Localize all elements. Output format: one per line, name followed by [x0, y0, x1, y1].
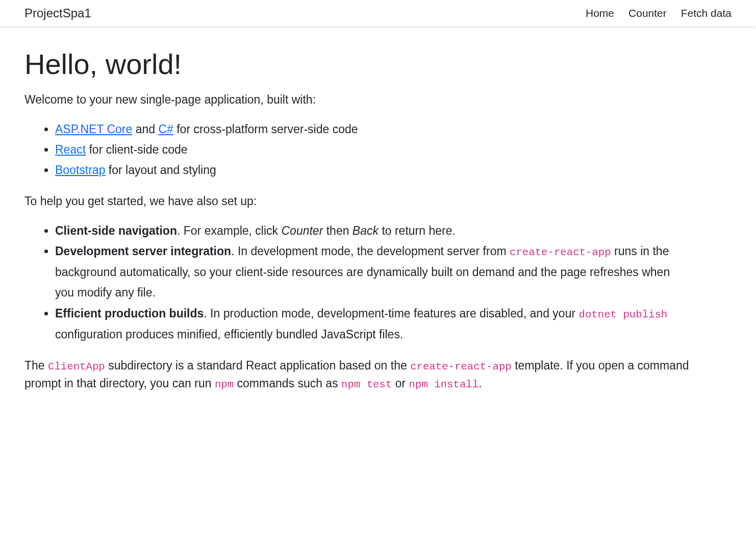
italic-text: Back: [352, 224, 379, 237]
list-item: Efficient production builds. In producti…: [55, 303, 690, 344]
content-link[interactable]: React: [55, 143, 86, 156]
nav-link-counter[interactable]: Counter: [628, 7, 667, 19]
list-item: React for client-side code: [55, 139, 690, 160]
footer-paragraph: The ClientApp subdirectory is a standard…: [24, 357, 690, 392]
navbar-brand[interactable]: ProjectSpa1: [24, 6, 91, 20]
content-link[interactable]: C#: [158, 122, 173, 136]
list-item: Bootstrap for layout and styling: [55, 160, 690, 180]
content-link[interactable]: Bootstrap: [55, 163, 105, 177]
bold-text: Client-side navigation: [55, 224, 177, 237]
intro-paragraph: Welcome to your new single-page applicat…: [24, 91, 690, 109]
setup-intro-paragraph: To help you get started, we have also se…: [24, 192, 690, 210]
content-link[interactable]: ASP.NET Core: [55, 122, 132, 136]
main-container: Hello, world! Welcome to your new single…: [0, 27, 714, 418]
inline-code: ClientApp: [48, 361, 105, 373]
inline-code: create-react-app: [410, 361, 512, 373]
bold-text: Efficient production builds: [55, 307, 204, 320]
nav-link-home[interactable]: Home: [586, 7, 614, 19]
inline-code: npm: [215, 379, 234, 390]
bold-text: Development server integration: [55, 244, 231, 258]
list-item: Development server integration. In devel…: [55, 241, 690, 303]
list-item: Client-side navigation. For example, cli…: [55, 220, 690, 241]
navbar: ProjectSpa1 Home Counter Fetch data: [0, 0, 756, 27]
page-heading: Hello, world!: [24, 47, 690, 81]
setup-list: Client-side navigation. For example, cli…: [24, 220, 690, 344]
tech-list: ASP.NET Core and C# for cross-platform s…: [24, 119, 690, 181]
inline-code: dotnet publish: [578, 309, 667, 320]
inline-code: npm test: [341, 379, 392, 390]
inline-code: npm install: [409, 379, 479, 390]
nav-link-fetch-data[interactable]: Fetch data: [681, 7, 732, 19]
inline-code: create-react-app: [510, 246, 611, 258]
navbar-nav: Home Counter Fetch data: [586, 7, 732, 19]
italic-text: Counter: [281, 224, 323, 237]
list-item: ASP.NET Core and C# for cross-platform s…: [55, 119, 690, 139]
